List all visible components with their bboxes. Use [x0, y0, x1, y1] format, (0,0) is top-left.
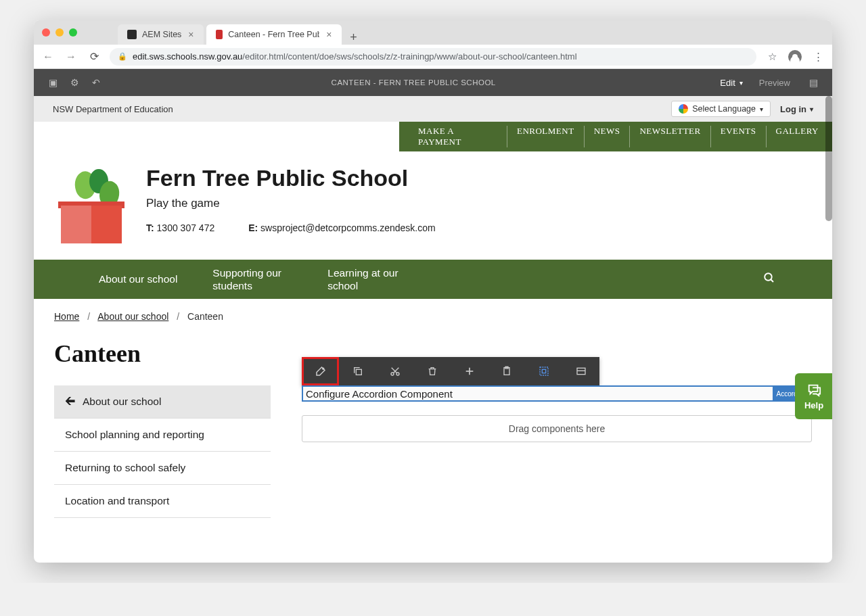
crumb-about[interactable]: About our school	[97, 311, 168, 322]
group-button[interactable]	[525, 357, 562, 385]
help-label: Help	[804, 400, 823, 410]
language-select[interactable]: Select Language ▾	[671, 101, 771, 117]
nav-supporting[interactable]: Supporting our students	[195, 266, 310, 293]
help-button[interactable]: Help	[795, 373, 832, 419]
sidenav-item[interactable]: Location and transport	[54, 485, 271, 518]
component-toolbar	[302, 357, 599, 385]
lock-icon: 🔒	[118, 52, 127, 61]
undo-icon[interactable]: ↶	[85, 77, 107, 88]
side-panel-icon[interactable]: ▣	[42, 77, 64, 88]
favicon-icon	[127, 30, 137, 39]
quicklinks-bar: MAKE A PAYMENT ENROLMENT NEWS NEWSLETTER…	[399, 122, 832, 151]
aem-page-title: CANTEEN - FERN TREE PUBLIC SCHOOL	[107, 78, 720, 87]
login-link[interactable]: Log in ▾	[780, 104, 813, 114]
cut-button[interactable]	[376, 357, 413, 385]
favicon-icon	[216, 30, 223, 39]
quicklink-gallery[interactable]: GALLERY	[767, 126, 823, 147]
maximize-window-icon[interactable]	[69, 28, 77, 37]
drop-zone[interactable]: Drag components here	[302, 415, 812, 442]
quicklink-events[interactable]: EVENTS	[711, 126, 767, 147]
scrollbar[interactable]	[825, 96, 832, 221]
close-window-icon[interactable]	[42, 28, 50, 37]
svg-rect-13	[542, 369, 545, 373]
preview-button[interactable]: Preview	[759, 78, 790, 88]
url-domain: edit.sws.schools.nsw.gov.au	[133, 51, 242, 62]
chevron-down-icon: ▾	[739, 79, 743, 87]
annotation-icon[interactable]: ▤	[802, 77, 824, 88]
address-bar: ← → ⟳ 🔒 edit.sws.schools.nsw.gov.au/edit…	[34, 45, 832, 69]
arrow-left-icon: 🡰	[65, 396, 76, 408]
tab-canteen[interactable]: Canteen - Fern Tree Public Sch ×	[206, 24, 342, 45]
google-translate-icon	[679, 104, 688, 114]
quicklink-enrolment[interactable]: ENROLMENT	[507, 126, 585, 147]
svg-point-2	[322, 368, 323, 369]
new-tab-button[interactable]: +	[344, 30, 363, 45]
chevron-down-icon: ▾	[760, 105, 763, 113]
svg-rect-3	[356, 369, 361, 375]
quicklink-payment[interactable]: MAKE A PAYMENT	[409, 126, 507, 147]
back-button[interactable]: ←	[41, 51, 55, 63]
page-content: NSW Department of Education Select Langu…	[34, 96, 832, 563]
dept-label: NSW Department of Education	[53, 104, 173, 114]
svg-rect-12	[540, 367, 548, 375]
tab-label: Canteen - Fern Tree Public Sch	[228, 30, 319, 39]
school-name: Fern Tree Public School	[146, 165, 436, 191]
sidenav-item[interactable]: School planning and reporting	[54, 419, 271, 452]
sidenav-back[interactable]: 🡰 About our school	[54, 385, 271, 419]
paste-button[interactable]	[488, 357, 525, 385]
page-info-icon[interactable]: ⚙	[64, 77, 85, 88]
dept-strip: NSW Department of Education Select Langu…	[34, 96, 832, 122]
url-path: /editor.html/content/doe/sws/schools/z/z…	[242, 51, 576, 62]
window-titlebar: AEM Sites × Canteen - Fern Tree Public S…	[34, 20, 832, 45]
search-icon[interactable]	[763, 272, 785, 287]
language-label: Select Language	[692, 104, 756, 114]
delete-button[interactable]	[413, 357, 451, 385]
copy-button[interactable]	[339, 357, 376, 385]
edit-mode-dropdown[interactable]: Edit▾	[720, 78, 742, 88]
crumb-home[interactable]: Home	[54, 311, 79, 322]
quicklink-newsletter[interactable]: NEWSLETTER	[630, 126, 710, 147]
nav-learning[interactable]: Learning at our school	[310, 266, 425, 293]
traffic-lights	[42, 28, 77, 37]
school-header: Fern Tree Public School Play the game T:…	[34, 151, 832, 260]
tab-close-icon[interactable]: ×	[326, 29, 332, 40]
svg-line-1	[771, 279, 773, 282]
forward-button[interactable]: →	[64, 51, 78, 63]
crumb-current: Canteen	[187, 311, 223, 322]
parent-button[interactable]	[562, 357, 599, 385]
main-nav: About our school Supporting our students…	[34, 260, 832, 299]
breadcrumb: Home / About our school / Canteen	[34, 299, 832, 334]
menu-icon[interactable]: ⋮	[811, 51, 825, 63]
sidenav-item[interactable]: Returning to school safely	[54, 452, 271, 485]
school-email: E: swsproject@detcorpcomms.zendesk.com	[248, 222, 435, 233]
profile-icon[interactable]	[788, 50, 802, 64]
school-tagline: Play the game	[146, 197, 436, 210]
chat-icon	[805, 383, 823, 398]
tab-close-icon[interactable]: ×	[188, 29, 193, 40]
tab-aem-sites[interactable]: AEM Sites ×	[118, 24, 204, 45]
browser-tabs: AEM Sites × Canteen - Fern Tree Public S…	[118, 20, 363, 45]
aem-editor-bar: ▣ ⚙ ↶ CANTEEN - FERN TREE PUBLIC SCHOOL …	[34, 69, 832, 96]
svg-point-0	[765, 273, 772, 281]
quicklink-news[interactable]: NEWS	[585, 126, 631, 147]
editable-area: Configure Accordion Component Accordion …	[302, 385, 812, 442]
minimize-window-icon[interactable]	[55, 28, 64, 37]
tab-label: AEM Sites	[142, 30, 181, 39]
nav-about[interactable]: About our school	[81, 273, 195, 285]
configure-button[interactable]	[302, 357, 339, 385]
component-label: Configure Accordion Component	[306, 388, 453, 400]
side-nav: 🡰 About our school School planning and r…	[54, 385, 271, 518]
chevron-down-icon: ▾	[810, 105, 813, 113]
school-logo	[61, 169, 122, 243]
accordion-component[interactable]: Configure Accordion Component Accordion	[302, 385, 812, 402]
url-input[interactable]: 🔒 edit.sws.schools.nsw.gov.au/editor.htm…	[110, 48, 756, 66]
bookmark-icon[interactable]: ☆	[765, 51, 779, 63]
school-phone: T: 1300 307 472	[146, 222, 214, 233]
reload-button[interactable]: ⟳	[87, 50, 101, 63]
insert-button[interactable]	[451, 357, 488, 385]
